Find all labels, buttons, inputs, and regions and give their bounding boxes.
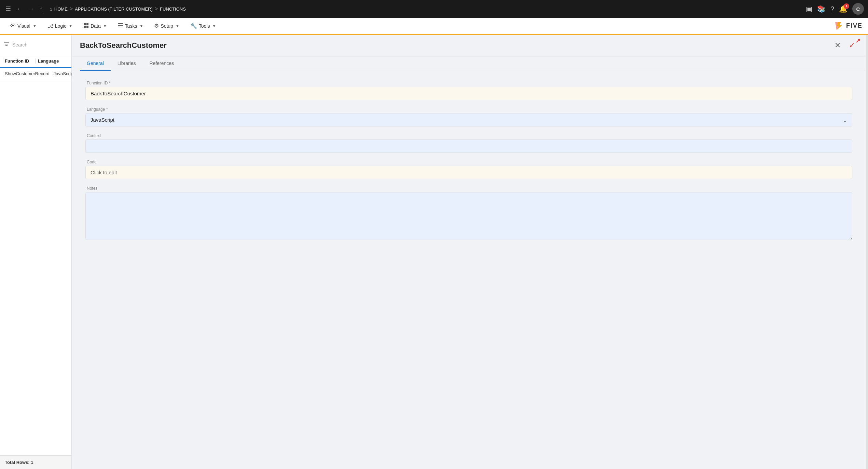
svg-rect-5 <box>118 25 123 26</box>
menu-tasks[interactable]: Tasks ▼ <box>113 20 148 32</box>
table-rows-container: ShowCustomerRecord JavaScript <box>0 68 71 80</box>
data-chevron: ▼ <box>103 24 107 28</box>
svg-rect-2 <box>84 26 86 28</box>
notes-field: Notes <box>85 186 852 240</box>
tasks-icon <box>118 23 123 29</box>
tab-libraries[interactable]: Libraries <box>111 56 143 71</box>
tab-references[interactable]: References <box>143 56 181 71</box>
menu-visual[interactable]: 👁 Visual ▼ <box>5 20 41 32</box>
svg-rect-6 <box>118 27 123 27</box>
language-select-wrapper: JavaScript Python TypeScript ⌄ <box>85 113 852 126</box>
code-field: Code Click to edit <box>85 160 852 179</box>
col-header-function-id: Function ID <box>5 58 33 64</box>
menu-setup[interactable]: ⚙ Setup ▼ <box>149 20 184 32</box>
visual-icon: 👁 <box>10 23 16 29</box>
setup-icon: ⚙ <box>154 23 159 29</box>
data-icon <box>83 23 89 29</box>
context-label: Context <box>85 133 852 138</box>
breadcrumb-apps[interactable]: APPLICATIONS (FILTER CUSTOMER) <box>75 6 153 12</box>
col-divider <box>36 58 36 64</box>
tasks-chevron: ▼ <box>139 24 143 28</box>
table-row[interactable]: ShowCustomerRecord JavaScript <box>0 68 71 80</box>
function-id-label: Function ID * <box>85 81 852 85</box>
record-header: BackToSearchCustomer ✕ ✓ ↗ <box>72 35 866 56</box>
notes-input[interactable] <box>85 192 852 240</box>
svg-rect-4 <box>118 23 123 24</box>
record-actions: ✕ ✓ ↗ <box>832 40 858 51</box>
visual-chevron: ▼ <box>33 24 37 28</box>
support-icon[interactable]: ▣ <box>806 5 812 13</box>
tab-general[interactable]: General <box>80 56 111 71</box>
breadcrumb-home[interactable]: HOME <box>54 6 68 12</box>
function-id-input[interactable] <box>85 87 852 100</box>
tools-icon: 🔧 <box>190 23 197 29</box>
menu-bar: 👁 Visual ▼ ⎇ Logic ▼ Data ▼ Tasks ▼ ⚙ Se… <box>0 18 868 35</box>
menu-tasks-label: Tasks <box>125 23 137 29</box>
language-label: Language * <box>85 107 852 112</box>
notification-badge: 1 <box>844 3 849 9</box>
context-input[interactable] <box>85 139 852 153</box>
notification-icon[interactable]: 🔔 1 <box>839 5 848 13</box>
menu-logic[interactable]: ⎇ Logic ▼ <box>43 20 77 32</box>
search-bar: + <box>0 35 71 55</box>
five-logo-text: FIVE <box>846 22 863 29</box>
help-icon[interactable]: ? <box>830 5 834 13</box>
library-icon[interactable]: 📚 <box>817 5 826 13</box>
menu-visual-label: Visual <box>17 23 30 29</box>
code-edit-area[interactable]: Click to edit <box>85 166 852 179</box>
setup-chevron: ▼ <box>176 24 179 28</box>
row-language: JavaScript <box>54 71 74 76</box>
row-function-id: ShowCustomerRecord <box>5 71 50 76</box>
avatar[interactable]: C <box>852 3 864 15</box>
breadcrumb: ⌂ HOME > APPLICATIONS (FILTER CUSTOMER) … <box>50 6 186 12</box>
filter-icon[interactable] <box>3 41 10 49</box>
record-title: BackToSearchCustomer <box>80 41 832 50</box>
table-header: Function ID Language <box>0 55 71 68</box>
left-panel: + Function ID Language ShowCustomerRecor… <box>0 35 72 469</box>
search-input[interactable] <box>12 42 72 48</box>
svg-rect-7 <box>118 23 119 24</box>
function-id-field: Function ID * <box>85 81 852 100</box>
main-content: + Function ID Language ShowCustomerRecor… <box>0 35 868 469</box>
top-nav-right: ▣ 📚 ? 🔔 1 C <box>806 3 864 15</box>
context-field: Context <box>85 133 852 153</box>
svg-rect-1 <box>86 23 88 25</box>
back-icon[interactable]: ← <box>15 4 24 14</box>
language-field: Language * JavaScript Python TypeScript … <box>85 107 852 126</box>
forward-icon[interactable]: → <box>27 4 36 14</box>
breadcrumb-sep-2: > <box>155 6 158 12</box>
menu-tools[interactable]: 🔧 Tools ▼ <box>185 20 221 32</box>
breadcrumb-sep-1: > <box>70 6 73 12</box>
menu-setup-label: Setup <box>161 23 173 29</box>
language-select[interactable]: JavaScript Python TypeScript <box>86 113 852 126</box>
table-footer: Total Rows: 1 <box>0 455 71 469</box>
right-panel: BackToSearchCustomer ✕ ✓ ↗ General Libra… <box>72 35 866 469</box>
hamburger-icon[interactable]: ☰ <box>4 4 12 14</box>
tools-chevron: ▼ <box>212 24 216 28</box>
tabs-bar: General Libraries References <box>72 56 866 71</box>
svg-rect-0 <box>84 23 86 25</box>
right-scrollbar[interactable] <box>866 35 868 469</box>
logic-chevron: ▼ <box>69 24 72 28</box>
menu-data-label: Data <box>91 23 101 29</box>
menu-tools-label: Tools <box>199 23 210 29</box>
menu-data[interactable]: Data ▼ <box>79 20 111 32</box>
form-area: Function ID * Language * JavaScript Pyth… <box>72 71 866 469</box>
col-header-language: Language <box>38 58 67 64</box>
menu-logic-label: Logic <box>55 23 66 29</box>
svg-rect-3 <box>86 26 88 28</box>
breadcrumb-functions[interactable]: FUNCTIONS <box>160 6 186 12</box>
top-navigation: ☰ ← → ↑ ⌂ HOME > APPLICATIONS (FILTER CU… <box>0 0 868 18</box>
code-label: Code <box>85 160 852 164</box>
close-button[interactable]: ✕ <box>832 40 843 51</box>
arrow-indicator: ↗ <box>855 37 860 44</box>
five-logo: FIVE <box>833 21 863 31</box>
up-icon[interactable]: ↑ <box>38 4 44 14</box>
home-icon: ⌂ <box>50 6 52 12</box>
notes-label: Notes <box>85 186 852 191</box>
logic-icon: ⎇ <box>47 23 53 29</box>
